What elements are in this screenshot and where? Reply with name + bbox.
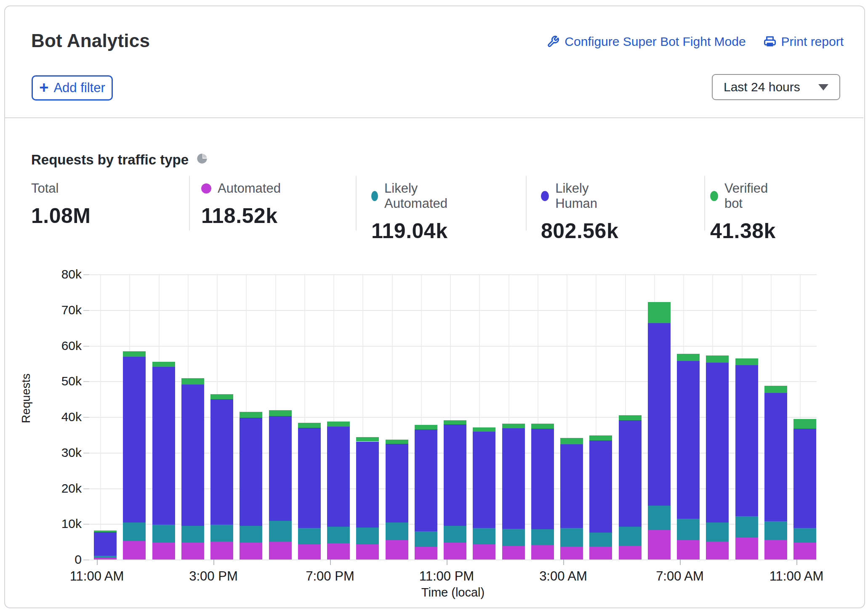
bar-5-pm[interactable] (269, 410, 292, 560)
bar-segment-automated (444, 543, 466, 560)
bar-4-pm[interactable] (240, 412, 262, 560)
header-divider (4, 117, 863, 118)
stat-label-row: Automated (201, 181, 281, 196)
bar-segment-likely-automated (764, 521, 787, 539)
section-heading-label: Requests by traffic type (31, 152, 189, 168)
bar-segment-automated (473, 544, 495, 560)
pie-chart-icon (196, 152, 208, 168)
bar-segment-likely-human (735, 365, 758, 516)
bar-2-pm[interactable] (181, 378, 204, 560)
bar-11-am[interactable] (793, 419, 816, 560)
bar-9-pm[interactable] (386, 440, 408, 560)
bar-4-am[interactable] (589, 435, 612, 560)
bar-7-am[interactable] (677, 354, 700, 560)
bar-segment-automated (327, 543, 350, 560)
x-axis-tick (330, 560, 331, 565)
bar-segment-verified-bot (415, 425, 437, 430)
bar-segment-verified-bot (648, 302, 671, 323)
bar-segment-automated (735, 537, 758, 560)
stat-label: Total (31, 181, 59, 196)
bar-12-pm[interactable] (123, 351, 146, 560)
bar-11-am[interactable] (94, 530, 117, 560)
add-filter-button[interactable]: + Add filter (32, 75, 113, 101)
x-tick-label: 7:00 PM (284, 569, 376, 584)
stat-automated: Automated118.52k (201, 181, 281, 228)
bar-segment-automated (677, 540, 700, 560)
y-axis-tick (83, 346, 89, 347)
bar-segment-verified-bot (356, 437, 379, 441)
x-tick-label: 11:00 AM (51, 569, 143, 584)
bar-segment-automated (240, 542, 262, 560)
bar-segment-likely-automated (152, 525, 175, 542)
bar-segment-likely-human (181, 385, 204, 526)
stat-divider (356, 176, 357, 231)
bar-segment-likely-automated (706, 522, 729, 541)
bar-segment-likely-human (648, 323, 671, 506)
print-link-label: Print report (781, 34, 844, 49)
y-tick-label: 60k (44, 339, 82, 353)
stat-divider (526, 176, 527, 231)
stat-label: Likely Automated (384, 181, 451, 211)
bar-2-am[interactable] (531, 424, 554, 560)
bar-segment-automated (356, 544, 379, 560)
time-range-select[interactable]: Last 24 hours (712, 74, 840, 100)
bar-8-am[interactable] (706, 355, 729, 560)
bar-segment-verified-bot (502, 424, 525, 428)
x-axis-title: Time (local) (407, 586, 499, 599)
bar-10-pm[interactable] (415, 425, 437, 560)
bar-8-pm[interactable] (356, 437, 379, 560)
bar-segment-likely-automated (210, 525, 233, 541)
bar-10-am[interactable] (764, 386, 787, 560)
bar-segment-automated (793, 542, 816, 560)
bar-segment-verified-bot (327, 422, 350, 427)
legend-dot-likely-automated (371, 191, 378, 201)
bar-6-am[interactable] (648, 302, 671, 560)
bar-segment-verified-bot (706, 355, 729, 363)
bar-segment-verified-bot (210, 394, 233, 400)
bar-segment-likely-automated (123, 522, 146, 541)
bar-segment-automated (210, 541, 233, 560)
stat-value: 41.38k (710, 219, 776, 243)
bar-segment-verified-bot (123, 351, 146, 357)
printer-icon (764, 35, 776, 48)
bar-segment-verified-bot (94, 530, 117, 532)
bar-segment-likely-human (210, 399, 233, 524)
bar-segment-verified-bot (269, 410, 292, 416)
bar-12-am[interactable] (473, 427, 495, 560)
configure-super-bot-fight-mode-link[interactable]: Configure Super Bot Fight Mode (547, 34, 746, 49)
bar-segment-likely-automated (356, 528, 379, 545)
bar-9-am[interactable] (735, 358, 758, 560)
bar-segment-likely-automated (240, 526, 262, 542)
bar-segment-likely-automated (502, 529, 525, 546)
bar-segment-verified-bot (152, 362, 175, 367)
x-axis-tick (213, 560, 214, 565)
bar-segment-automated (152, 542, 175, 560)
bar-segment-verified-bot (589, 435, 612, 440)
bar-1-am[interactable] (502, 424, 525, 560)
bar-segment-likely-human (473, 432, 495, 528)
x-axis-tick (563, 560, 564, 565)
y-tick-label: 50k (44, 374, 82, 388)
stat-value: 118.52k (201, 204, 281, 228)
bar-1-pm[interactable] (152, 362, 175, 560)
bar-segment-verified-bot (560, 438, 583, 445)
y-axis-tick (83, 417, 89, 418)
bar-7-pm[interactable] (327, 422, 350, 560)
bar-3-am[interactable] (560, 438, 583, 560)
print-report-link[interactable]: Print report (764, 34, 844, 49)
stat-likely-human: Likely Human802.56k (541, 181, 618, 243)
stat-divider (189, 176, 190, 231)
bar-segment-likely-human (356, 442, 379, 528)
bar-5-am[interactable] (619, 415, 642, 560)
bar-segment-automated (706, 541, 729, 560)
page-title: Bot Analytics (31, 30, 150, 51)
y-axis-tick (83, 274, 89, 275)
bar-11-pm[interactable] (444, 420, 466, 560)
bar-segment-likely-automated (589, 533, 612, 546)
x-axis-tick (796, 560, 797, 565)
bar-segment-likely-automated (677, 519, 700, 540)
stat-total: Total1.08M (31, 181, 91, 228)
bar-6-pm[interactable] (298, 423, 321, 560)
bar-segment-verified-bot (298, 423, 321, 428)
bar-3-pm[interactable] (210, 394, 233, 560)
